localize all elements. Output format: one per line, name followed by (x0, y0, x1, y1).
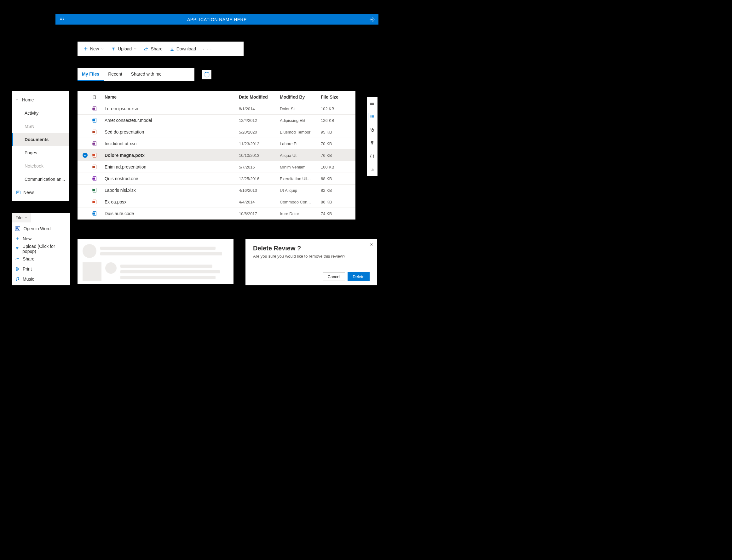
file-name: Incididunt ut.xsn (105, 141, 239, 146)
sidebar-item-activity[interactable]: Activity (12, 106, 69, 120)
upload-icon (15, 247, 19, 251)
menu-item-plus[interactable]: New (12, 234, 70, 244)
svg-point-1 (61, 18, 62, 19)
file-type-icon (92, 199, 105, 205)
svg-point-6 (372, 19, 373, 20)
file-menu-label: File (15, 215, 23, 220)
dialog-body: Are you sure you would like to remove th… (253, 254, 370, 272)
file-size: 74 KB (321, 211, 355, 216)
sidebar-label: News (23, 190, 34, 195)
table-row[interactable]: Lorem ipsum.xsn 8/1/2014 Dolor Sit 102 K… (77, 103, 355, 115)
tab-label: Recent (108, 71, 122, 77)
menu-item-print[interactable]: Print (12, 264, 70, 274)
svg-rect-23 (92, 189, 95, 191)
svg-rect-13 (92, 131, 95, 133)
table-row[interactable]: Dolore magna.potx 10/10/2013 Aliqua Ut 7… (77, 150, 355, 161)
dialog-title: Delete Review ? (253, 245, 370, 252)
new-label: New (90, 46, 99, 51)
file-size: 126 KB (321, 118, 355, 123)
sidebar-label: MSN (25, 124, 34, 129)
settings-gear-icon[interactable] (366, 17, 379, 22)
file-modified-by: Labore Et (280, 141, 321, 146)
svg-rect-32 (17, 270, 18, 271)
file-icon-header[interactable] (92, 94, 105, 100)
tab-label: My Files (82, 71, 99, 77)
menu-item-label: Upload (Click for popup) (22, 244, 67, 254)
share-button[interactable]: Share (141, 42, 165, 56)
app-header: APPLICATION NAME HERE (55, 14, 379, 25)
share-icon (15, 257, 20, 261)
more-actions-button[interactable]: · · · (200, 46, 214, 51)
table-row[interactable]: Quis nostrud.one 12/25/2016 Exercitation… (77, 173, 355, 185)
table-row[interactable]: Sed do.presentation 5/20/2020 Eiusmod Te… (77, 126, 355, 138)
close-icon[interactable] (370, 242, 374, 247)
table-row[interactable]: Incididunt ut.xsn 11/23/2012 Labore Et 7… (77, 138, 355, 150)
delete-button[interactable]: Delete (347, 272, 370, 281)
sidebar-item-news[interactable]: News (12, 186, 69, 199)
column-header-size[interactable]: File Size (321, 94, 355, 100)
column-header-date[interactable]: Date Modified (239, 94, 280, 100)
tab-my-files[interactable]: My Files (77, 68, 104, 81)
chevron-down-icon (25, 216, 28, 219)
file-type-icon (92, 117, 105, 123)
broadcast-icon[interactable] (369, 140, 376, 146)
menu-item-label: Share (23, 256, 34, 261)
menu-item-word[interactable]: WOpen in Word (12, 224, 70, 234)
file-name: Sed do.presentation (105, 129, 239, 134)
tab-recent[interactable]: Recent (104, 68, 126, 81)
cancel-button[interactable]: Cancel (323, 272, 345, 281)
shimmer-placeholder (77, 239, 233, 284)
sidebar-item-home[interactable]: Home (12, 93, 69, 106)
table-row[interactable]: Enim ad.presentation 5/7/2016 Minim Veni… (77, 161, 355, 173)
waffle-icon[interactable] (55, 17, 68, 22)
hamburger-icon[interactable] (369, 100, 376, 107)
file-modified-by: Adipiscing Elit (280, 118, 321, 123)
icon-rail (367, 97, 378, 176)
file-size: 70 KB (321, 141, 355, 146)
file-menu-panel: File WOpen in WordNewUpload (Click for p… (12, 213, 70, 285)
new-button[interactable]: New (81, 42, 106, 56)
sidebar-item-communication[interactable]: Communication an... (12, 173, 69, 186)
file-date: 11/23/2012 (239, 141, 280, 146)
tab-shared[interactable]: Shared with me (127, 68, 166, 81)
table-row[interactable]: Duis aute.code 10/6/2017 Irure Dolor 74 … (77, 208, 355, 220)
braces-icon[interactable] (369, 153, 376, 160)
table-row[interactable]: Laboris nisi.xlsx 4/16/2013 Ut Aliquip 8… (77, 185, 355, 196)
file-size: 76 KB (321, 153, 355, 158)
svg-rect-9 (92, 108, 95, 110)
svg-point-3 (60, 19, 61, 20)
table-row[interactable]: Ex ea.ppsx 4/4/2014 Commodo Con... 86 KB (77, 196, 355, 208)
menu-item-upload[interactable]: Upload (Click for popup) (12, 244, 70, 254)
bar-chart-icon[interactable] (369, 166, 376, 173)
table-row[interactable]: Amet consectetur.model 12/4/2012 Adipisc… (77, 115, 355, 126)
file-date: 10/10/2013 (239, 153, 280, 158)
menu-item-share[interactable]: Share (12, 254, 70, 264)
upload-button[interactable]: Upload (108, 42, 139, 56)
sidebar-label: Home (22, 97, 34, 102)
menu-item-music[interactable]: Music (12, 274, 70, 284)
file-modified-by: Eiusmod Tempor (280, 130, 321, 134)
column-header-name[interactable]: Name ↑ (105, 94, 239, 100)
file-date: 10/6/2017 (239, 211, 280, 216)
stethoscope-icon[interactable] (369, 126, 376, 133)
sidebar-item-documents[interactable]: Documents (12, 133, 69, 146)
file-modified-by: Ut Aliquip (280, 188, 321, 193)
file-menu-button[interactable]: File (12, 213, 31, 222)
download-button[interactable]: Download (167, 42, 198, 56)
upload-label: Upload (118, 46, 132, 51)
file-name: Quis nostrud.one (105, 176, 239, 181)
row-checkbox[interactable] (83, 153, 92, 158)
sidebar-label: Communication an... (25, 177, 65, 182)
file-type-icon (92, 129, 105, 135)
file-modified-by: Aliqua Ut (280, 153, 321, 158)
file-type-icon (92, 164, 105, 170)
sort-ascending-icon: ↑ (119, 95, 121, 99)
sidebar-item-msn[interactable]: MSN (12, 120, 69, 133)
column-header-by[interactable]: Modified By (280, 94, 321, 100)
list-view-icon[interactable] (368, 113, 375, 120)
sidebar-label: Pages (25, 150, 37, 155)
sidebar-item-pages[interactable]: Pages (12, 146, 69, 159)
svg-rect-25 (92, 201, 95, 203)
sidebar-item-notebook[interactable]: Notebook (12, 159, 69, 173)
file-type-icon (92, 187, 105, 193)
